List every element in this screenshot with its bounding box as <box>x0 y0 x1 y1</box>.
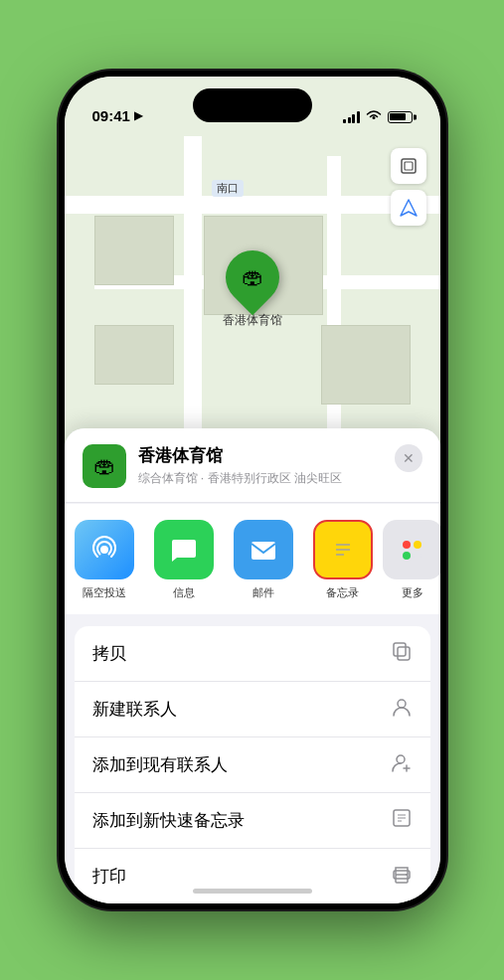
more-icon <box>383 520 440 579</box>
close-button[interactable]: ✕ <box>395 444 422 472</box>
venue-icon: 🏟 <box>83 444 126 488</box>
venue-subtitle: 综合体育馆 · 香港特别行政区 油尖旺区 <box>138 470 383 487</box>
signal-icon <box>343 111 360 123</box>
map-building <box>94 325 174 385</box>
print-label: 打印 <box>92 865 126 888</box>
add-existing-label: 添加到现有联系人 <box>92 753 228 776</box>
venue-info: 香港体育馆 综合体育馆 · 香港特别行政区 油尖旺区 <box>138 444 383 487</box>
status-time: 09:41 ▶ <box>92 107 142 124</box>
location-indicator-icon: ▶ <box>134 109 142 122</box>
map-building <box>321 325 411 405</box>
svg-rect-10 <box>394 643 406 656</box>
venue-name: 香港体育馆 <box>138 444 383 467</box>
location-pin: 🏟 香港体育馆 <box>223 250 282 329</box>
status-icons <box>343 109 413 124</box>
quick-note-label: 添加到新快速备忘录 <box>92 809 245 832</box>
add-existing-icon <box>391 751 413 778</box>
home-indicator <box>193 889 312 894</box>
action-add-existing[interactable]: 添加到现有联系人 <box>75 737 430 793</box>
pin-icon: 🏟 <box>242 264 263 290</box>
share-item-mail[interactable]: 邮件 <box>224 520 303 600</box>
share-item-messages[interactable]: 信息 <box>144 520 224 600</box>
messages-icon <box>154 520 214 579</box>
svg-point-11 <box>398 700 406 708</box>
battery-icon <box>388 111 413 123</box>
action-print[interactable]: 打印 <box>75 849 430 903</box>
svg-rect-1 <box>405 162 413 170</box>
messages-label: 信息 <box>173 585 195 600</box>
map-layers-button[interactable] <box>391 148 426 184</box>
share-item-notes[interactable]: 备忘录 <box>303 520 383 600</box>
airdrop-icon <box>75 520 134 579</box>
svg-rect-4 <box>252 542 275 560</box>
notes-label: 备忘录 <box>326 585 359 600</box>
pin-circle: 🏟 <box>214 240 289 315</box>
bottom-sheet: 🏟 香港体育馆 综合体育馆 · 香港特别行政区 油尖旺区 ✕ <box>65 428 440 903</box>
svg-rect-0 <box>402 159 416 173</box>
airdrop-label: 隔空投送 <box>83 585 126 600</box>
svg-rect-9 <box>398 647 410 660</box>
wifi-icon <box>366 109 382 124</box>
more-label: 更多 <box>402 585 423 600</box>
action-new-contact[interactable]: 新建联系人 <box>75 682 430 737</box>
map-entrance-label: 南口 <box>212 180 244 197</box>
dynamic-island <box>193 88 312 122</box>
copy-icon <box>391 640 413 667</box>
new-contact-label: 新建联系人 <box>92 698 177 721</box>
notes-icon <box>313 520 373 579</box>
phone-frame: 09:41 ▶ <box>59 71 446 909</box>
print-icon <box>391 863 413 890</box>
share-more-button[interactable]: 更多 <box>383 520 440 600</box>
phone-screen: 09:41 ▶ <box>65 77 440 903</box>
action-copy[interactable]: 拷贝 <box>75 626 430 682</box>
mail-icon <box>234 520 293 579</box>
map-location-button[interactable] <box>391 190 426 226</box>
share-item-airdrop[interactable]: 隔空投送 <box>65 520 144 600</box>
share-row: 隔空投送 信息 <box>65 504 440 614</box>
svg-point-3 <box>100 546 108 554</box>
map-road <box>65 196 440 214</box>
action-list: 拷贝 新建联系人 <box>75 626 430 903</box>
quick-note-icon <box>391 807 413 834</box>
time-display: 09:41 <box>92 107 130 124</box>
svg-point-21 <box>406 874 408 876</box>
action-quick-note[interactable]: 添加到新快速备忘录 <box>75 793 430 849</box>
mail-label: 邮件 <box>252 585 274 600</box>
svg-marker-2 <box>401 200 417 216</box>
copy-label: 拷贝 <box>92 642 126 665</box>
venue-header: 🏟 香港体育馆 综合体育馆 · 香港特别行政区 油尖旺区 ✕ <box>65 428 440 503</box>
map-building <box>94 216 174 285</box>
svg-point-12 <box>397 755 405 763</box>
new-contact-icon <box>391 696 413 723</box>
